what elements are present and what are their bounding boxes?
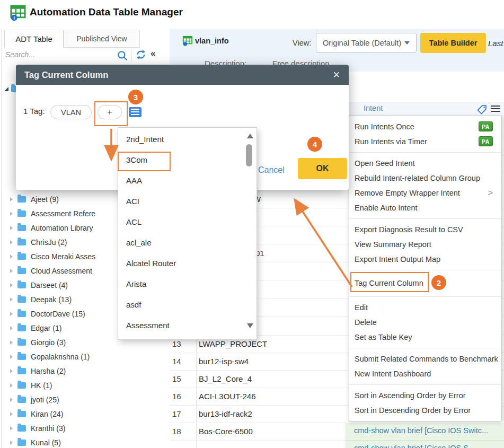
tree-item-label: Harsha (2) xyxy=(31,367,66,375)
menu-item-remove-empty-wrapper-intent[interactable]: Remove Empty Wrapper Intent> xyxy=(349,186,501,200)
menu-item-rebuild-intent-related-column-group[interactable]: Rebuild Intent-related Column Group xyxy=(349,171,501,186)
dropdown-item[interactable]: AAA xyxy=(118,170,257,191)
scrollbar-thumb[interactable] xyxy=(246,144,252,166)
chevron-right-icon[interactable] xyxy=(10,441,13,445)
tab-adt-table[interactable]: ADT Table xyxy=(4,30,64,48)
chevron-right-icon[interactable] xyxy=(10,312,13,316)
table-gridline xyxy=(258,280,349,280)
table-row[interactable]: bur12-isp-sw4 xyxy=(199,353,347,370)
column-menu-icon[interactable] xyxy=(491,106,500,113)
search-input[interactable] xyxy=(4,50,112,59)
chevron-right-icon[interactable] xyxy=(10,369,13,373)
menu-group: Run Intents OncePA Run Intents via Timer… xyxy=(349,116,501,153)
scroll-up-icon[interactable] xyxy=(247,134,253,138)
collapse-panel-icon[interactable]: « xyxy=(151,48,155,59)
tree-item[interactable]: jyoti (25) xyxy=(0,392,170,407)
tab-published-view[interactable]: Published View xyxy=(64,30,140,48)
menu-item-open-seed-intent[interactable]: Open Seed Intent xyxy=(349,156,501,171)
menu-item-run-intents-once[interactable]: Run Intents OncePA xyxy=(349,119,501,134)
menu-item-run-intents-via-timer[interactable]: Run Intents via TimerPA xyxy=(349,134,501,149)
vlan-info-table-icon xyxy=(182,36,193,46)
chevron-right-icon[interactable] xyxy=(10,412,13,416)
tree-item-label: Deepak (13) xyxy=(31,295,72,304)
search-icon[interactable] xyxy=(117,50,128,62)
cancel-button[interactable]: Cancel xyxy=(258,165,285,175)
chevron-right-icon[interactable] xyxy=(10,340,13,345)
pa-badge: PA xyxy=(479,136,493,146)
tab-published-view-label: Published View xyxy=(76,34,127,43)
chevron-right-icon[interactable] xyxy=(10,212,13,216)
chevron-right-icon[interactable] xyxy=(10,383,13,388)
dropdown-item[interactable]: ACL xyxy=(118,212,257,232)
dropdown-item[interactable]: acl_ale xyxy=(118,232,257,253)
menu-item-label: New Intent Dashboard xyxy=(355,370,431,378)
menu-item-delete[interactable]: Delete xyxy=(349,315,501,330)
menu-item-sort-ascending-by-error[interactable]: Sort in Ascending Order by Error xyxy=(349,388,501,403)
chevron-right-icon[interactable] xyxy=(10,283,13,287)
tag-list-icon[interactable] xyxy=(129,107,142,117)
tree-item[interactable]: Kunal (5) xyxy=(0,435,170,448)
tag-chip-vlan[interactable]: VLAN xyxy=(50,105,92,119)
ok-button[interactable]: OK xyxy=(298,158,347,179)
intent-cell: cmd-show vlan brief [Cisco IOS Switc... xyxy=(345,423,504,441)
chevron-right-icon[interactable] xyxy=(10,197,13,201)
dropdown-item[interactable]: asdf xyxy=(118,294,257,315)
table-row[interactable]: Bos-Core-6500 xyxy=(199,423,347,440)
tree-root-expand-icon[interactable] xyxy=(4,87,8,91)
tag-icon xyxy=(477,104,487,115)
tree-item[interactable]: Kranthi (3) xyxy=(0,421,170,435)
tag-count-label: 1 Tag: xyxy=(23,107,45,116)
table-gridline xyxy=(170,440,349,441)
tree-item[interactable]: Harsha (2) xyxy=(0,364,170,378)
close-icon[interactable]: ✕ xyxy=(333,69,340,81)
menu-item-export-intent-output-map[interactable]: Export Intent Output Map xyxy=(349,252,501,267)
menu-item-submit-related-commands-to-benchmark[interactable]: Submit Related Commands to Benchmark xyxy=(349,352,501,366)
tree-item-label: Giorgio (3) xyxy=(31,338,66,347)
dropdown-item[interactable]: Alcatel Router xyxy=(118,253,257,274)
folder-icon xyxy=(17,368,26,374)
menu-item-enable-auto-intent[interactable]: Enable Auto Intent xyxy=(349,200,501,215)
tree-item[interactable]: Kiran (24) xyxy=(0,407,170,421)
menu-item-label: Edit xyxy=(355,303,368,312)
cmd-show-vlan-brief-link[interactable]: cmd-show vlan brief [Cisco IOS Switc... xyxy=(354,426,488,435)
chevron-right-icon[interactable] xyxy=(10,297,13,302)
chevron-right-icon[interactable] xyxy=(10,254,13,259)
menu-item-new-intent-dashboard[interactable]: New Intent Dashboard xyxy=(349,366,501,381)
table-row[interactable]: BJ_L2_Core_4 xyxy=(199,370,347,388)
chevron-right-icon[interactable] xyxy=(10,226,13,230)
table-row[interactable]: bur13-idf-rack2 xyxy=(199,405,347,423)
dropdown-item[interactable]: Arista xyxy=(118,274,257,294)
table-row[interactable]: ACI-L3OUT-246 xyxy=(199,388,347,405)
menu-item-export-diagnosis-result-to-csv[interactable]: Export Diagnosis Result to CSV xyxy=(349,222,501,237)
chevron-down-icon xyxy=(404,41,410,45)
menu-item-label: Export Intent Output Map xyxy=(355,255,440,263)
menu-item-edit[interactable]: Edit xyxy=(349,300,501,315)
chevron-right-icon[interactable] xyxy=(10,398,13,402)
chevron-right-icon[interactable] xyxy=(10,240,13,244)
tree-item[interactable]: Gopalakrishna (1) xyxy=(0,349,170,364)
dropdown-item[interactable]: ACI xyxy=(118,191,257,212)
table-column-divider xyxy=(196,335,197,448)
menu-item-sort-descending-by-error[interactable]: Sort in Descending Order by Error xyxy=(349,403,501,418)
folder-icon xyxy=(17,425,26,432)
tree-item-label: Kiran (24) xyxy=(31,410,63,418)
tree-item-label: Kranthi (3) xyxy=(31,424,65,433)
view-select[interactable]: Original Table (Default) xyxy=(316,33,417,52)
chevron-right-icon[interactable] xyxy=(10,426,13,431)
chevron-right-icon[interactable] xyxy=(10,269,13,273)
intent-column-header[interactable]: Intent xyxy=(364,104,383,112)
table-builder-button[interactable]: Table Builder xyxy=(420,33,486,53)
dialog-header[interactable]: Tag Current Column ✕ xyxy=(16,65,349,85)
menu-item-view-summary-report[interactable]: View Summary Report xyxy=(349,237,501,252)
dropdown-item[interactable]: Assessment xyxy=(118,315,257,336)
chevron-right-icon[interactable] xyxy=(10,355,13,359)
tree-item[interactable]: HK (1) xyxy=(0,378,170,392)
menu-item-set-as-table-key[interactable]: Set as Table Key xyxy=(349,330,501,345)
refresh-icon[interactable] xyxy=(136,49,146,60)
scroll-down-icon[interactable] xyxy=(247,323,253,328)
last-updated-label: Last xyxy=(488,39,503,48)
dropdown-item[interactable]: 2nd_Intent xyxy=(118,129,257,150)
chevron-right-icon[interactable] xyxy=(10,326,13,330)
cmd-show-vlan-brief-link[interactable]: cmd-show vlan brief [Cisco IOS S... xyxy=(354,444,475,448)
app-logo-table-icon: I xyxy=(10,4,26,21)
